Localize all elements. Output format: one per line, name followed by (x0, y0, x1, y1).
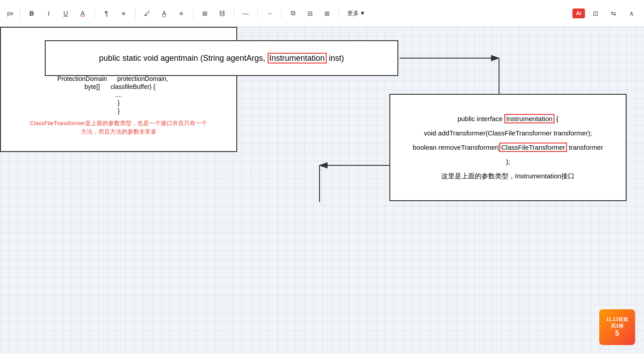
more-button[interactable]: 更多 ▼ (344, 8, 369, 19)
ai-button[interactable]: Ai (572, 8, 585, 18)
toolbar-separator-3 (135, 8, 136, 19)
toolbar: px B I U A ¶ ≡ 🖊 A̲ ≡ ⊞ ⛓ — → ⧉ ⊟ ⊞ 更多 ▼… (0, 0, 644, 27)
promo-line1: 11.11狂欢 (606, 316, 628, 322)
font-size-label: px (5, 10, 15, 17)
instrumentation-line4: ); (506, 156, 510, 167)
list-button[interactable]: ≡ (116, 6, 131, 21)
instrumentation-highlight-1: Instrumentation (268, 53, 327, 63)
promo-badge[interactable]: 11.11狂欢 买1得 5 (599, 309, 635, 345)
arrow-button[interactable]: → (262, 6, 277, 21)
box-main-method: public static void agentmain (String age… (45, 40, 398, 76)
cft-line6: byte[] classfileBuffer) { (64, 83, 173, 90)
minus-button[interactable]: — (239, 6, 253, 21)
cft-line9: } (118, 107, 120, 114)
italic-button[interactable]: I (42, 6, 56, 21)
format-button[interactable]: ⊞ (198, 6, 212, 21)
cft-line7: .... (115, 91, 122, 98)
box-main-content: public static void agentmain (String age… (99, 54, 344, 63)
font-color-button[interactable]: A (76, 6, 90, 21)
grid-button[interactable]: ⊞ (320, 6, 334, 21)
align-button[interactable]: ≡ (174, 6, 188, 21)
toolbar-separator-8 (339, 8, 339, 19)
bold-button[interactable]: B (25, 6, 39, 21)
instrumentation-line1: public interface Instrumentation { (457, 114, 559, 124)
box-instrumentation: public interface Instrumentation { void … (389, 94, 627, 201)
toolbar-right-section: Ai ⊡ ⇆ ∧ (572, 6, 639, 21)
promo-number: 5 (615, 329, 619, 338)
toolbar-separator-6 (257, 8, 258, 19)
main-method-prefix: public static void agentmain (String age… (99, 54, 267, 63)
toolbar-separator-1 (20, 8, 20, 19)
highlight-button[interactable]: 🖊 (140, 6, 154, 21)
more-label: 更多 (347, 9, 359, 17)
main-method-suffix: inst) (327, 54, 344, 63)
toolbar-separator-7 (281, 8, 281, 19)
toolbar-separator-5 (234, 8, 234, 19)
share-button[interactable]: ⇆ (606, 6, 621, 21)
promo-line2: 买1得 (611, 323, 623, 329)
underline-style-button[interactable]: A̲ (157, 6, 171, 21)
link-button[interactable]: ⛓ (215, 6, 229, 21)
instrumentation-highlight-2: Instrumentation (504, 114, 554, 123)
instrumentation-line3: boolean removeTransformer(ClassFileTrans… (413, 142, 603, 153)
cft-highlight-1: ClassFileTransformer (499, 143, 567, 152)
paragraph-format-button[interactable]: ¶ (99, 6, 114, 21)
view-button[interactable]: ⊡ (589, 6, 603, 21)
underline-button[interactable]: U (59, 6, 73, 21)
instrumentation-line2: void addTransformer(ClassFileTransformer… (424, 128, 592, 139)
layer-button[interactable]: ⧉ (286, 6, 300, 21)
collapse-button[interactable]: ∧ (624, 6, 639, 21)
cft-line8: } (118, 99, 120, 106)
more-dropdown-icon: ▼ (360, 10, 366, 17)
distribute-button[interactable]: ⊟ (303, 6, 317, 21)
toolbar-separator-2 (94, 8, 95, 19)
cft-desc: ClassFileTransformer是上面的参数类型，也是一个接口并且只有一… (29, 119, 208, 136)
instrumentation-line5: 这里是上面的参数类型，Instrumentation接口 (441, 171, 575, 181)
canvas: public static void agentmain (String age… (0, 27, 644, 354)
toolbar-separator-4 (193, 8, 193, 19)
